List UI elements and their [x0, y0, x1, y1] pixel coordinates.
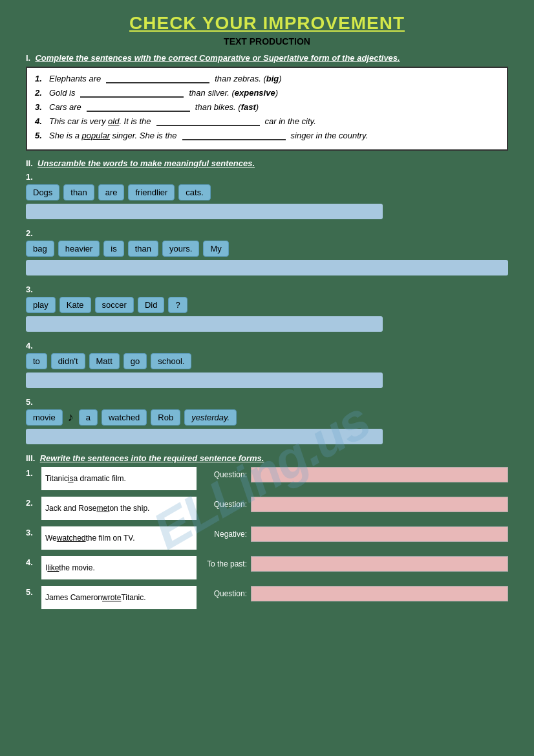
input-3[interactable]: [251, 526, 508, 542]
chip[interactable]: My: [203, 241, 228, 257]
chip[interactable]: is: [103, 241, 123, 257]
chip[interactable]: yesterday.: [184, 409, 237, 426]
type-4: To the past:: [202, 559, 247, 568]
chip[interactable]: than: [63, 184, 94, 200]
sentence-5: James Cameron wrote Titanic.: [41, 586, 197, 609]
sentence-3: We watched the film on TV.: [41, 526, 197, 550]
subtitle: TEXT PRODUCTION: [26, 36, 508, 47]
chips-row-4[interactable]: to didn't Matt go school.: [26, 353, 508, 369]
list-item: 5. She is a popular singer. She is the s…: [35, 130, 499, 140]
sentence-1: Titanic is a dramatic film.: [41, 467, 197, 490]
answer-bar-3: [26, 316, 383, 332]
blank-4: [156, 116, 260, 126]
chip[interactable]: watched: [101, 409, 147, 426]
unscramble-row-1: 1. Dogs than are friendlier cats.: [26, 172, 508, 219]
chips-row-1[interactable]: Dogs than are friendlier cats.: [26, 184, 508, 200]
input-5[interactable]: [251, 586, 508, 601]
blank-3: [87, 102, 190, 112]
answer-bar-5: [26, 429, 383, 444]
main-title: CHECK YOUR IMPROVEMENT: [26, 13, 508, 34]
rewrite-row-3: 3. We watched the film on TV. Negative:: [26, 526, 508, 550]
input-2[interactable]: [251, 497, 508, 512]
chip[interactable]: heavier: [58, 241, 100, 257]
sentence-4: I like the movie.: [41, 556, 197, 579]
sentence-2: Jack and Rose met on the ship.: [41, 497, 197, 520]
section-i-label: I.: [26, 53, 30, 63]
unscramble-row-2: 2. bag heavier is than yours. My: [26, 228, 508, 275]
type-5: Question:: [202, 589, 247, 598]
rewrite-right-2: Question:: [202, 497, 508, 512]
chip[interactable]: a: [79, 409, 98, 426]
blank-2: [80, 87, 184, 98]
chip[interactable]: to: [26, 353, 47, 369]
chip[interactable]: ?: [168, 297, 187, 313]
unscramble-row-5: 5. movie ♪ a watched Rob yesterday.: [26, 397, 508, 444]
list-item: 1. Elephants are than zebras. (big): [35, 73, 499, 83]
rewrite-right-1: Question:: [202, 467, 508, 482]
type-2: Question:: [202, 500, 247, 509]
chip[interactable]: Dogs: [26, 184, 59, 200]
section-iii-directive: Rewrite the sentences into the required …: [40, 453, 264, 463]
answer-bar-1: [26, 204, 383, 219]
chip[interactable]: movie: [26, 409, 63, 426]
chip[interactable]: didn't: [51, 353, 85, 369]
chip[interactable]: school.: [151, 353, 191, 369]
section-i-list: 1. Elephants are than zebras. (big) 2. G…: [35, 73, 499, 140]
chip[interactable]: friendlier: [128, 184, 175, 200]
input-1[interactable]: [251, 467, 508, 482]
unscramble-row-4: 4. to didn't Matt go school.: [26, 341, 508, 388]
list-item: 2. Gold is than silver. (expensive): [35, 87, 499, 98]
blank-1: [106, 73, 209, 83]
section-iii-header: III. Rewrite the sentences into the requ…: [26, 453, 508, 463]
answer-bar-2: [26, 260, 508, 275]
section-i-header: I. Complete the sentences with the corre…: [26, 53, 508, 63]
section-iii-label: III.: [26, 453, 35, 463]
chip[interactable]: cats.: [178, 184, 210, 200]
chips-row-2[interactable]: bag heavier is than yours. My: [26, 241, 508, 257]
chip[interactable]: play: [26, 297, 56, 313]
chip[interactable]: Matt: [89, 353, 120, 369]
type-3: Negative:: [202, 530, 247, 539]
rewrite-row-4: 4. I like the movie. To the past:: [26, 556, 508, 579]
list-item: 4. This car is very old. It is the car i…: [35, 116, 499, 126]
page-wrapper: ELLing.us CHECK YOUR IMPROVEMENT TEXT PR…: [13, 6, 521, 629]
section-i-box: 1. Elephants are than zebras. (big) 2. G…: [26, 67, 508, 151]
chip[interactable]: are: [98, 184, 125, 200]
chip[interactable]: Did: [138, 297, 165, 313]
chip[interactable]: Rob: [151, 409, 180, 426]
chips-row-3[interactable]: play Kate soccer Did ?: [26, 297, 508, 313]
list-item: 3. Cars are than bikes. (fast): [35, 102, 499, 112]
rewrite-right-4: To the past:: [202, 556, 508, 572]
rewrite-right-5: Question:: [202, 586, 508, 601]
rewrite-right-3: Negative:: [202, 526, 508, 542]
chips-row-5[interactable]: movie ♪ a watched Rob yesterday.: [26, 409, 508, 426]
unscramble-row-3: 3. play Kate soccer Did ?: [26, 285, 508, 332]
chip[interactable]: soccer: [95, 297, 134, 313]
rewrite-row-2: 2. Jack and Rose met on the ship. Questi…: [26, 497, 508, 520]
chip[interactable]: bag: [26, 241, 54, 257]
chip[interactable]: yours.: [162, 241, 199, 257]
section-ii-label: II.: [26, 158, 33, 168]
rewrite-row-5: 5. James Cameron wrote Titanic. Question…: [26, 586, 508, 609]
rewrite-row-1: 1. Titanic is a dramatic film. Question:: [26, 467, 508, 490]
chip[interactable]: Kate: [59, 297, 91, 313]
chip[interactable]: ♪: [67, 409, 75, 426]
section-ii-directive: Unscramble the words to make meaningful …: [37, 158, 255, 168]
section-ii-header: II. Unscramble the words to make meaning…: [26, 158, 508, 168]
type-1: Question:: [202, 470, 247, 479]
section-i-directive: Complete the sentences with the correct …: [35, 53, 400, 63]
blank-5: [182, 130, 286, 140]
input-4[interactable]: [251, 556, 508, 572]
chip[interactable]: go: [123, 353, 147, 369]
answer-bar-4: [26, 373, 383, 388]
chip[interactable]: than: [128, 241, 158, 257]
